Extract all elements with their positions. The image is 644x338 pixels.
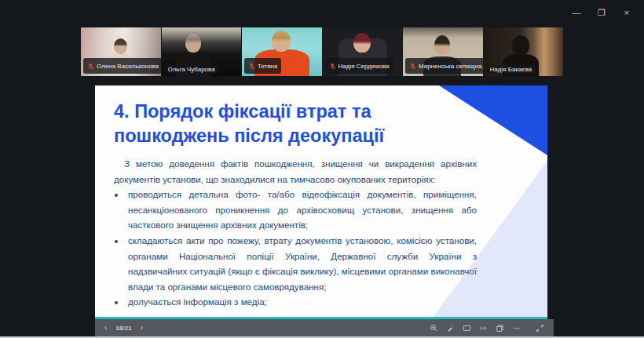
slide-body: З метою доведення фактів пошкодження, зн… — [114, 156, 477, 310]
meeting-window: —❐× Олена Васильконова — [0, 0, 644, 338]
close-button[interactable]: × — [617, 5, 636, 20]
presentation-toolbar: ‹ 18/21 › — [95, 319, 554, 336]
participant-tile[interactable]: Тетяна — [242, 27, 322, 76]
window-controls: —❐× — [567, 5, 636, 20]
broadcast-icon[interactable] — [478, 322, 489, 334]
shared-slide: 4. Порядок фіксації втрат та пошкоджень … — [95, 85, 547, 318]
participant-name-label: Надія Сердюкова — [325, 58, 393, 74]
participant-tile[interactable]: Мирненська селищна.. — [403, 27, 483, 76]
slide-title: 4. Порядок фіксації втрат та пошкоджень … — [114, 100, 452, 148]
participant-name: Мирненська селищна.. — [419, 63, 483, 70]
participant-strip: Олена Васильконова Ольга Чубарова — [81, 27, 563, 76]
next-page-button[interactable]: › — [141, 324, 143, 332]
pages-icon[interactable] — [494, 322, 506, 334]
participant-tile[interactable]: Олена Васильконова — [81, 27, 161, 76]
restore-button[interactable]: ❐ — [592, 5, 611, 20]
laser-pointer-icon[interactable] — [445, 322, 456, 334]
participant-name-label: Мирненська селищна.. — [405, 58, 483, 74]
mic-muted-icon — [409, 59, 416, 73]
prev-page-button[interactable]: ‹ — [104, 324, 107, 332]
slide-bullet: складаються акти про пожежу, втрату доку… — [126, 233, 477, 294]
participant-tile[interactable]: Ольга Чубарова — [162, 27, 242, 76]
mic-muted-icon — [87, 59, 94, 73]
fullscreen-icon[interactable] — [534, 322, 546, 334]
slide-bullet: долучається інформація з медіа; — [126, 294, 477, 310]
participant-head — [114, 38, 127, 54]
participant-name-label: Олена Васильконова — [83, 58, 161, 74]
participant-name-label: Тетяна — [244, 58, 281, 74]
participant-tile[interactable]: Надія Сердюкова — [323, 27, 403, 76]
participant-name: Олена Васильконова — [97, 63, 159, 70]
corner-triangle-blue — [439, 85, 547, 155]
participant-head — [434, 35, 450, 55]
participant-head — [512, 35, 529, 56]
mic-muted-icon — [329, 59, 336, 73]
mic-muted-icon — [248, 59, 255, 73]
page-indicator: 18/21 — [115, 325, 131, 332]
slide-bullet: проводиться детальна фото- та/або відеоф… — [126, 187, 477, 233]
participant-name: Надія Бакаєва — [490, 66, 532, 73]
slide-bullet-list: проводиться детальна фото- та/або відеоф… — [114, 187, 477, 310]
participant-name: Тетяна — [258, 63, 277, 70]
participant-head — [185, 34, 201, 53]
more-icon[interactable] — [510, 322, 522, 334]
toolbar-tools — [428, 319, 546, 336]
participant-name: Надія Сердюкова — [338, 63, 390, 70]
slide-intro: З метою доведення фактів пошкодження, зн… — [114, 156, 477, 187]
participant-head — [353, 33, 371, 53]
page-navigation: ‹ 18/21 › — [104, 319, 143, 336]
participant-tile[interactable]: Надія Бакаєва — [484, 27, 564, 76]
participant-name-label: Ольга Чубарова — [164, 65, 219, 74]
minimize-button[interactable]: — — [567, 5, 586, 20]
participant-head — [272, 31, 291, 52]
screen-icon[interactable] — [461, 322, 473, 334]
participant-name-label: Надія Бакаєва — [486, 65, 536, 74]
zoom-in-icon[interactable] — [428, 322, 440, 334]
participant-name: Ольга Чубарова — [168, 66, 215, 73]
